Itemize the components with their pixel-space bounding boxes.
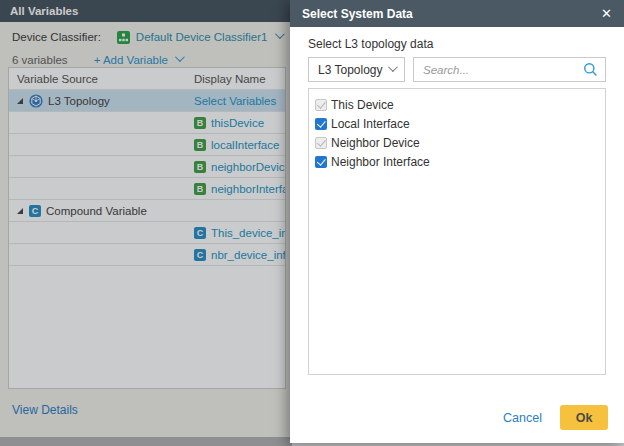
option-label: Local Interface [331, 117, 410, 131]
dialog-header: Select System Data ✕ [290, 0, 624, 27]
list-item: Neighbor Device [309, 133, 605, 152]
cancel-button[interactable]: Cancel [503, 411, 542, 425]
option-label: Neighbor Device [331, 136, 420, 150]
close-icon[interactable]: ✕ [601, 7, 612, 20]
search-box [413, 57, 606, 82]
select-system-data-dialog: Select System Data ✕ Select L3 topology … [290, 0, 624, 443]
list-item[interactable]: Local Interface [309, 114, 605, 133]
search-input[interactable] [421, 63, 579, 77]
option-label: Neighbor Interface [331, 155, 430, 169]
system-data-option-list: This Device Local Interface Neighbor Dev… [308, 88, 606, 375]
list-item: This Device [309, 95, 605, 114]
dialog-title: Select System Data [302, 7, 413, 21]
list-item[interactable]: Neighbor Interface [309, 152, 605, 171]
dialog-prompt: Select L3 topology data [308, 37, 433, 51]
screen: All Variables Device Classifier: Default… [0, 0, 624, 446]
dropdown-value: L3 Topology [318, 63, 383, 77]
chevron-down-icon [388, 62, 398, 72]
checkbox-disabled-checked [315, 137, 327, 149]
checkbox-disabled-checked [315, 99, 327, 111]
dialog-controls: L3 Topology [308, 57, 606, 82]
checkbox-checked[interactable] [315, 118, 327, 130]
option-label: This Device [331, 98, 394, 112]
search-icon[interactable] [583, 62, 598, 77]
ok-button[interactable]: Ok [560, 405, 608, 430]
topology-type-dropdown[interactable]: L3 Topology [308, 57, 405, 82]
checkbox-checked[interactable] [315, 156, 327, 168]
